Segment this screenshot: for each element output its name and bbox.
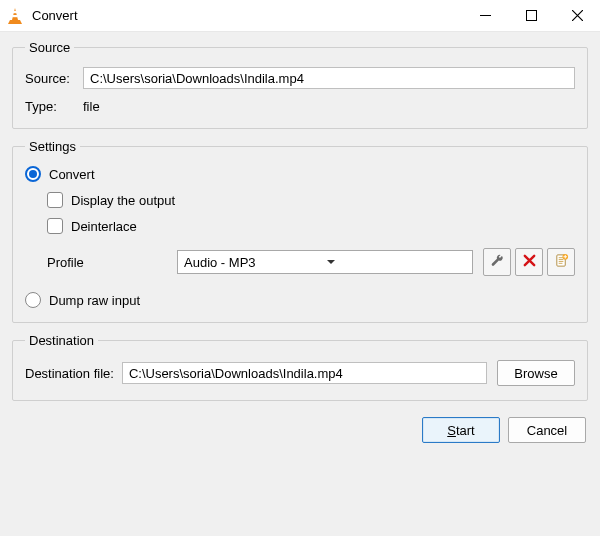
close-icon [522,253,537,271]
chevron-down-icon [326,255,468,270]
maximize-button[interactable] [508,0,554,32]
source-legend: Source [25,40,74,55]
svg-rect-2 [526,11,536,21]
dump-raw-radio[interactable] [25,292,41,308]
settings-legend: Settings [25,139,80,154]
dialog-footer: Start Cancel [12,411,588,443]
display-output-checkbox[interactable] [47,192,63,208]
window-title: Convert [32,8,78,23]
minimize-button[interactable] [462,0,508,32]
vlc-cone-icon [6,7,24,25]
convert-radio-row[interactable]: Convert [25,166,575,182]
start-button[interactable]: Start [422,417,500,443]
deinterlace-checkbox[interactable] [47,218,63,234]
type-label: Type: [25,99,83,114]
profile-value: Audio - MP3 [184,255,326,270]
convert-label: Convert [49,167,95,182]
dialog-content: Source Source: Type: file Settings Conve… [0,32,600,453]
display-output-label: Display the output [71,193,175,208]
profile-label: Profile [47,255,177,270]
source-group: Source Source: Type: file [12,40,588,129]
dump-raw-row[interactable]: Dump raw input [25,292,575,308]
display-output-row[interactable]: Display the output [47,192,575,208]
wrench-icon [490,253,505,271]
close-button[interactable] [554,0,600,32]
convert-radio[interactable] [25,166,41,182]
source-label: Source: [25,71,83,86]
destination-legend: Destination [25,333,98,348]
new-profile-button[interactable] [547,248,575,276]
new-document-icon [554,253,569,271]
destination-group: Destination Destination file: Browse [12,333,588,401]
destination-file-input[interactable] [122,362,487,384]
delete-profile-button[interactable] [515,248,543,276]
dump-raw-label: Dump raw input [49,293,140,308]
deinterlace-row[interactable]: Deinterlace [47,218,575,234]
titlebar: Convert [0,0,600,32]
browse-button[interactable]: Browse [497,360,575,386]
type-value: file [83,99,100,114]
profile-select[interactable]: Audio - MP3 [177,250,473,274]
cancel-button[interactable]: Cancel [508,417,586,443]
svg-rect-0 [13,11,17,13]
edit-profile-button[interactable] [483,248,511,276]
destination-file-label: Destination file: [25,366,114,381]
deinterlace-label: Deinterlace [71,219,137,234]
svg-rect-1 [12,15,17,17]
settings-group: Settings Convert Display the output Dein… [12,139,588,323]
source-input[interactable] [83,67,575,89]
